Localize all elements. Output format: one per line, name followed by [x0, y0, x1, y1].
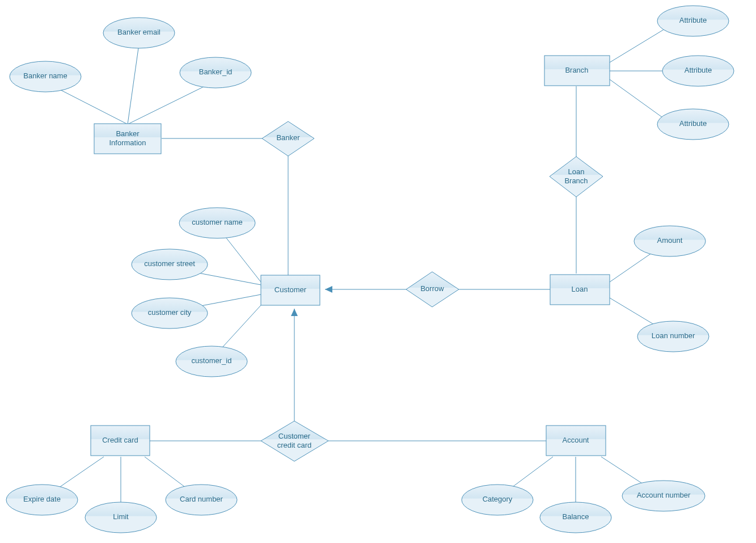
- entity-label: Branch: [565, 66, 588, 74]
- attribute-label: Card number: [180, 495, 223, 503]
- svg-line-2: [128, 82, 213, 124]
- attribute-customer-id: customer_id: [176, 346, 247, 377]
- entity-label: Customer: [274, 285, 307, 294]
- attribute-label: Attribute: [679, 119, 707, 128]
- attribute-branch-3: Attribute: [657, 109, 729, 140]
- entity-credit-card: Credit card: [91, 426, 150, 456]
- svg-marker-10: [325, 286, 332, 293]
- attribute-label: Loan number: [652, 331, 695, 340]
- attribute-branch-2: Attribute: [662, 56, 734, 86]
- relationship-label: credit card: [277, 441, 312, 449]
- svg-line-0: [53, 86, 128, 124]
- attribute-label: Account number: [637, 491, 691, 499]
- relationship-label: Customer: [278, 432, 311, 440]
- relationship-borrow: Borrow: [406, 272, 459, 307]
- attribute-label: Attribute: [685, 66, 712, 74]
- entity-account: Account: [546, 426, 606, 456]
- attribute-label: customer_id: [192, 356, 232, 365]
- attribute-category: Category: [462, 485, 533, 515]
- attribute-label: Banker name: [23, 71, 67, 80]
- relationship-customer-credit-card: Customer credit card: [261, 421, 328, 461]
- attribute-branch-1: Attribute: [657, 6, 729, 36]
- svg-line-18: [610, 79, 670, 123]
- attribute-label: Attribute: [679, 16, 707, 24]
- attribute-label: Limit: [113, 512, 129, 521]
- entity-label: Credit card: [102, 436, 138, 444]
- attribute-label: Amount: [657, 236, 683, 245]
- attribute-label: Banker_id: [199, 68, 233, 76]
- relationship-banker: Banker: [262, 121, 314, 156]
- attribute-balance: Balance: [540, 502, 611, 533]
- entity-loan: Loan: [550, 275, 610, 305]
- attribute-account-number: Account number: [622, 481, 705, 511]
- entity-label: Account: [563, 436, 589, 444]
- attribute-banker-name: Banker name: [10, 61, 81, 92]
- attribute-label: Category: [483, 495, 513, 503]
- attribute-amount: Amount: [634, 226, 706, 256]
- attribute-banker-id: Banker_id: [180, 57, 251, 88]
- attribute-label: Expire date: [23, 495, 61, 503]
- attribute-label: Balance: [563, 512, 589, 521]
- attribute-banker-email: Banker email: [103, 18, 175, 48]
- entity-label: Loan: [572, 285, 588, 293]
- attribute-label: customer street: [144, 259, 195, 268]
- relationship-label: Borrow: [420, 284, 444, 293]
- svg-marker-20: [291, 309, 298, 316]
- entity-branch: Branch: [544, 56, 610, 86]
- entity-label: Banker: [116, 129, 140, 138]
- relationship-label: Branch: [564, 176, 588, 185]
- attribute-customer-street: customer street: [132, 249, 208, 280]
- attribute-customer-city: customer city: [132, 298, 208, 329]
- relationship-loan-branch: Loan Branch: [550, 157, 603, 197]
- attribute-expire-date: Expire date: [6, 485, 78, 515]
- attribute-customer-name: customer name: [179, 208, 255, 238]
- svg-line-16: [610, 26, 670, 62]
- attribute-limit: Limit: [85, 502, 157, 533]
- entity-label: Information: [109, 138, 146, 147]
- relationship-label: Banker: [276, 133, 300, 142]
- er-diagram: Banker Information Customer Credit card …: [0, 0, 756, 543]
- attribute-loan-number: Loan number: [637, 321, 709, 352]
- entity-customer: Customer: [261, 275, 320, 305]
- entity-banker-information: Banker Information: [94, 124, 161, 154]
- relationship-label: Loan: [568, 167, 585, 176]
- attribute-label: Banker email: [117, 28, 161, 36]
- attribute-label: customer city: [148, 308, 192, 317]
- attribute-card-number: Card number: [166, 485, 237, 515]
- svg-line-1: [128, 44, 139, 124]
- attribute-label: customer name: [192, 218, 243, 226]
